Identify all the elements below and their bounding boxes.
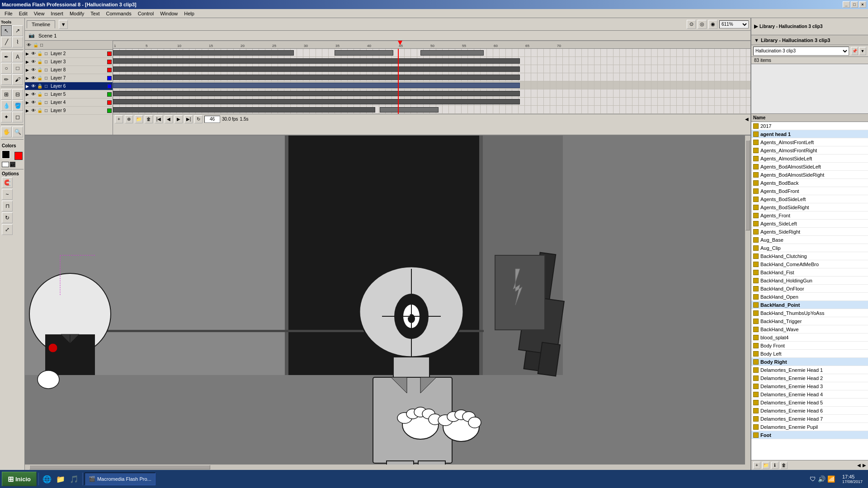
frame-row-layer6[interactable] xyxy=(113,81,750,89)
lock-icon-layer5[interactable]: 🔒 xyxy=(37,92,42,97)
eye-icon-layer5[interactable]: 👁 xyxy=(31,92,36,97)
library-item[interactable]: Agents_AlmostSideLeft xyxy=(751,155,868,163)
frames-area[interactable]: 1 5 10 15 20 25 30 35 40 45 50 55 xyxy=(113,41,750,135)
library-item[interactable]: Agents_BodAlmostSideLeft xyxy=(751,163,868,171)
stroke-color-swatch[interactable] xyxy=(2,150,10,159)
library-item[interactable]: Agents_Front xyxy=(751,211,868,220)
layer-row-layer5[interactable]: ▶ 👁 🔒 □ Layer 5 xyxy=(25,90,113,99)
layer-row-layer4[interactable]: ▶ 👁 🔒 □ Layer 4 xyxy=(25,99,113,107)
library-item[interactable]: BackHand_Clutching xyxy=(751,252,868,260)
pen-tool[interactable]: ✒ xyxy=(1,52,12,62)
oval-tool[interactable]: ○ xyxy=(1,63,12,74)
outline-icon-layer8[interactable]: □ xyxy=(43,67,49,73)
outline-icon-layer6[interactable]: □ xyxy=(43,84,49,89)
lock-icon-layer6[interactable]: 🔒 xyxy=(37,84,42,89)
color-panel[interactable]: ▶ Library - Hallucination 3 clip3 xyxy=(751,18,868,35)
menu-insert[interactable]: Insert xyxy=(48,10,66,17)
timeline-tab[interactable]: Timeline xyxy=(27,20,55,28)
library-item[interactable]: Delamortes_Enemie Head 3 xyxy=(751,382,868,390)
lock-icon-layer2[interactable]: 🔒 xyxy=(37,51,42,56)
smooth-button[interactable]: ~ xyxy=(2,189,13,200)
outline-icon-layer2[interactable]: □ xyxy=(43,51,49,56)
step-forward-button[interactable]: ▶| xyxy=(184,115,193,123)
library-item[interactable]: Agents_SideLeft xyxy=(751,220,868,228)
frame-row-layer2[interactable] xyxy=(113,49,750,57)
layer-row-layer8[interactable]: ▶ 👁 🔒 □ Layer 8 xyxy=(25,66,113,74)
library-item[interactable]: BackHand_Trigger xyxy=(751,317,868,325)
ink-tool[interactable]: 💧 xyxy=(1,100,12,111)
current-frame-input[interactable] xyxy=(204,116,220,123)
menu-edit[interactable]: Edit xyxy=(16,10,30,17)
center-frame-button[interactable]: ⊙ xyxy=(687,20,696,29)
library-item[interactable]: Agents_BodSideLeft xyxy=(751,195,868,203)
library-item[interactable]: BackHand_HoldingGun xyxy=(751,277,868,285)
library-item[interactable]: BackHand_ThumbsUpYoAss xyxy=(751,309,868,317)
text-tool[interactable]: A xyxy=(12,52,23,62)
library-item[interactable]: blood_splat4 xyxy=(751,333,868,342)
frame-row-layer5[interactable] xyxy=(113,89,750,98)
menu-modify[interactable]: Modify xyxy=(67,10,87,17)
eye-icon-layer3[interactable]: 👁 xyxy=(31,59,36,65)
outline-icon-layer5[interactable]: □ xyxy=(43,92,49,97)
library-item[interactable]: Body Front xyxy=(751,342,868,350)
close-button[interactable]: × xyxy=(859,1,866,8)
menu-file[interactable]: File xyxy=(2,10,15,17)
fill-xform-tool[interactable]: ⊟ xyxy=(12,89,23,100)
menu-control[interactable]: Control xyxy=(135,10,156,17)
library-options-button[interactable]: ▼ xyxy=(859,47,866,55)
eye-icon-layer4[interactable]: 👁 xyxy=(31,100,36,105)
library-item[interactable]: Foot xyxy=(751,431,868,439)
playback-back-button[interactable]: |◀ xyxy=(155,115,163,123)
stage-vscroll[interactable] xyxy=(745,136,750,465)
eye-icon-layer2[interactable]: 👁 xyxy=(31,51,36,56)
maximize-button[interactable]: □ xyxy=(851,1,858,8)
paint-bucket[interactable]: 🪣 xyxy=(12,100,23,111)
outline-icon-layer3[interactable]: □ xyxy=(43,59,49,65)
hand-tool[interactable]: 🖐 xyxy=(1,127,12,137)
brush-tool[interactable]: 🖌 xyxy=(12,74,23,85)
swap-colors-button[interactable] xyxy=(2,162,9,167)
library-folder-button[interactable]: 📁 xyxy=(762,462,769,469)
eyedropper-tool[interactable]: ✦ xyxy=(1,112,12,122)
menu-text[interactable]: Text xyxy=(88,10,102,17)
stage-area[interactable] xyxy=(25,136,750,470)
library-properties-button[interactable]: ℹ xyxy=(771,462,778,469)
library-item[interactable]: BackHand_Point xyxy=(751,301,868,309)
onion-skin-outlines-button[interactable]: ◉ xyxy=(708,20,717,29)
library-item[interactable]: Agents_BodSideRight xyxy=(751,203,868,211)
frame-row-layer3[interactable] xyxy=(113,57,750,65)
library-pin-button[interactable]: 📌 xyxy=(851,47,858,55)
scale-button[interactable]: ⤢ xyxy=(2,224,13,235)
library-item[interactable]: Delamortes_Enemie Head 7 xyxy=(751,415,868,423)
layer-row-layer6[interactable]: ▶ 👁 🔒 □ Layer 6 xyxy=(25,82,113,90)
eye-icon-layer8[interactable]: 👁 xyxy=(31,67,36,73)
library-scroll-left[interactable]: ◀ xyxy=(857,463,861,468)
library-item[interactable]: BackHand_OnFloor xyxy=(751,285,868,293)
add-motion-guide-button[interactable]: ⊕ xyxy=(125,115,133,123)
outline-icon-layer4[interactable]: □ xyxy=(43,100,49,105)
zoom-select[interactable]: 25% 50% 100% 200% 400% 611% 800% xyxy=(719,20,749,28)
lock-icon-layer7[interactable]: 🔒 xyxy=(37,75,42,81)
media-launch-button[interactable]: 🎵 xyxy=(68,473,80,485)
menu-help[interactable]: Help xyxy=(181,10,197,17)
library-item[interactable]: BackHand_Wave xyxy=(751,325,868,333)
delete-layer-button[interactable]: 🗑 xyxy=(145,115,153,123)
menu-commands[interactable]: Commands xyxy=(103,10,134,17)
library-item[interactable]: Body Right xyxy=(751,358,868,366)
minimize-button[interactable]: _ xyxy=(843,1,850,8)
library-item[interactable]: agent head 1 xyxy=(751,130,868,138)
lasso-tool[interactable]: ⌇ xyxy=(12,37,23,47)
frame-row-layer7[interactable] xyxy=(113,73,750,81)
snap-magnet-button[interactable]: 🧲 xyxy=(2,177,13,188)
outline-icon-layer7[interactable]: □ xyxy=(43,75,49,81)
straighten-button[interactable]: ⊓ xyxy=(2,201,13,211)
line-tool[interactable]: ╱ xyxy=(1,37,12,47)
frame-row-layer4[interactable] xyxy=(113,98,750,106)
lock-icon-layer3[interactable]: 🔒 xyxy=(37,59,42,65)
library-item[interactable]: Agents_BodBack xyxy=(751,179,868,187)
active-window-button[interactable]: 🎬 Macromedia Flash Pro... xyxy=(85,473,156,485)
folder-launch-button[interactable]: 📁 xyxy=(54,473,67,485)
library-item[interactable]: Aug_Base xyxy=(751,236,868,244)
library-item[interactable]: Delamortes_Enemie Head 2 xyxy=(751,374,868,382)
library-item[interactable]: Agents_SideRight xyxy=(751,228,868,236)
